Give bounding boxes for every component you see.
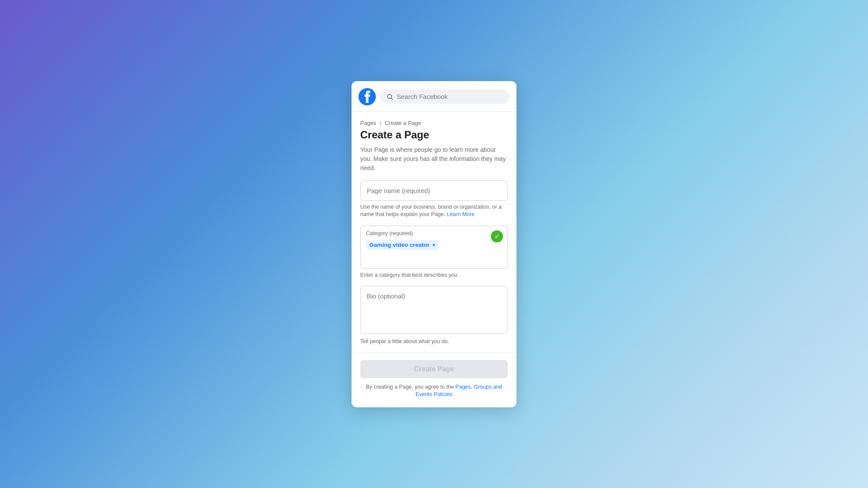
breadcrumb-separator: ›	[380, 120, 381, 126]
bio-field	[360, 286, 508, 335]
search-bar[interactable]	[380, 89, 510, 104]
divider	[352, 353, 516, 353]
facebook-logo	[358, 88, 376, 105]
breadcrumb: Pages › Create a Page	[360, 120, 508, 126]
page-name-hint: Use the name of your business, brand or …	[360, 203, 508, 219]
terms-text: By creating a Page, you agree to the Pag…	[360, 383, 508, 399]
bio-hint: Tell people a little about what you do.	[360, 338, 508, 346]
svg-line-2	[391, 98, 393, 100]
category-checkmark-icon: ✓	[491, 230, 503, 242]
modal: Pages › Create a Page Create a Page Your…	[352, 81, 516, 407]
svg-point-1	[388, 94, 391, 98]
content: Pages › Create a Page Create a Page Your…	[352, 112, 516, 407]
create-page-button[interactable]: Create Page	[360, 360, 508, 378]
page-description: Your Page is where people go to learn mo…	[360, 145, 508, 173]
category-tag-remove[interactable]: ×	[432, 242, 436, 248]
breadcrumb-parent: Pages	[360, 120, 376, 126]
category-field: Category (required) Gaming video creator…	[360, 226, 508, 269]
learn-more-link[interactable]: Learn More	[447, 211, 474, 217]
breadcrumb-current: Create a Page	[385, 120, 421, 126]
bio-input[interactable]	[360, 286, 508, 334]
category-label: Category (required)	[366, 230, 502, 236]
search-input[interactable]	[397, 93, 503, 100]
page-title: Create a Page	[360, 129, 508, 141]
page-name-input[interactable]	[360, 180, 508, 201]
header	[352, 81, 516, 112]
search-icon	[386, 93, 393, 100]
category-tag-text: Gaming video creator	[369, 242, 430, 248]
category-hint: Enter a category that best describes you…	[360, 272, 508, 279]
category-tag: Gaming video creator ×	[366, 240, 439, 250]
page-name-field	[360, 180, 508, 201]
